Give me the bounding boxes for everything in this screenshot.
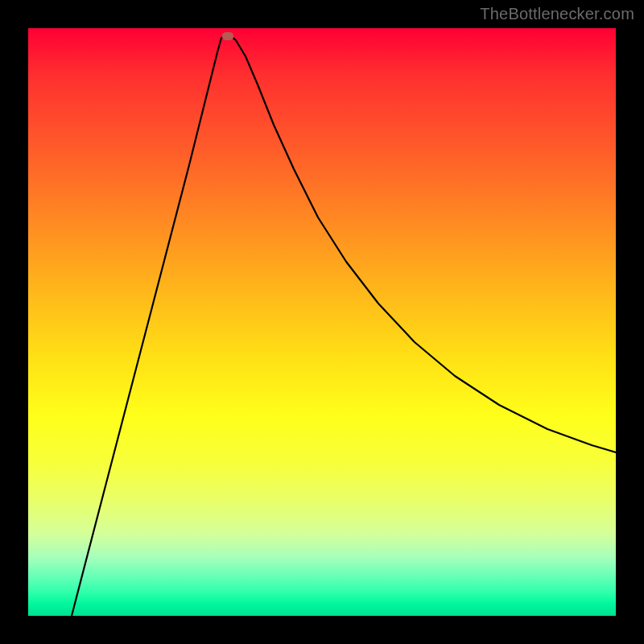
bottleneck-minimum-marker — [222, 32, 233, 40]
chart-frame: TheBottlenecker.com — [0, 0, 644, 644]
attribution-text: TheBottlenecker.com — [480, 5, 634, 23]
gradient-plot-area — [28, 28, 616, 616]
